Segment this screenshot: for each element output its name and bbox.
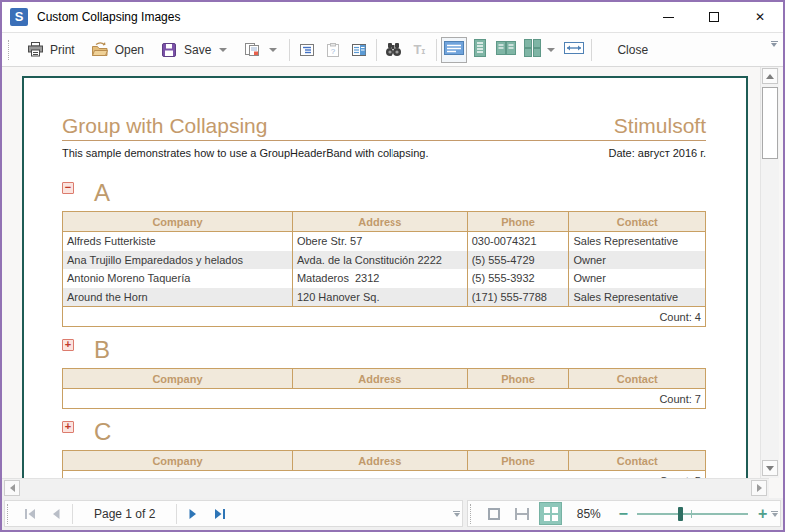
table-cell: Obere Str. 57 [292, 232, 467, 251]
previous-page-button[interactable] [43, 502, 69, 526]
statusbar-separator [72, 504, 73, 524]
panel-gripper[interactable] [470, 504, 475, 524]
toolbar-gripper[interactable] [8, 40, 13, 60]
panel-gripper[interactable] [7, 504, 12, 524]
horizontal-scrollbar[interactable] [2, 478, 769, 498]
send-email-button[interactable] [235, 37, 285, 63]
zoom-slider-handle[interactable] [678, 507, 683, 521]
zoom-page-width-button[interactable] [511, 502, 533, 525]
zoom-page-fit-button[interactable] [483, 502, 505, 525]
column-header: Phone [467, 212, 569, 232]
panel-overflow-button[interactable] [771, 511, 778, 517]
minimize-button[interactable] [645, 2, 691, 32]
multiple-pages-view-icon [522, 38, 542, 61]
column-header: Address [292, 369, 467, 389]
arrow-down-icon [766, 466, 774, 471]
column-header: Contact [569, 451, 706, 471]
group-header: −A [62, 179, 706, 206]
toolbar-separator [289, 39, 290, 61]
single-page-view-icon [443, 39, 465, 60]
scroll-left-button[interactable] [4, 480, 20, 496]
last-page-button[interactable] [206, 502, 232, 526]
column-header: Address [292, 451, 467, 471]
report-title-row: Group with Collapsing Stimulsoft [62, 114, 706, 141]
table-cell: (5) 555-4729 [467, 251, 569, 269]
view-two-pages-button[interactable] [493, 37, 519, 63]
close-preview-button[interactable]: Close [596, 37, 669, 63]
binoculars-icon [385, 41, 402, 59]
report-description-row: This sample demonstrates how to use a Gr… [62, 147, 706, 159]
expand-icon[interactable]: + [62, 339, 74, 351]
scroll-down-button[interactable] [762, 460, 778, 476]
scroll-right-button[interactable] [751, 480, 767, 496]
view-single-page-button[interactable] [441, 37, 467, 63]
print-button[interactable]: Print [18, 37, 83, 63]
bookmarks-button[interactable] [294, 37, 320, 63]
table-cell: Owner [569, 269, 706, 288]
next-page-button[interactable] [180, 502, 206, 526]
next-page-icon [188, 508, 198, 520]
table-cell: Antonio Moreno Taquería [63, 269, 293, 288]
view-continuous-button[interactable] [467, 37, 493, 63]
svg-text:?: ? [331, 47, 336, 56]
group-header: +B [62, 336, 706, 363]
parameters-button[interactable]: ? [320, 37, 346, 63]
statusbar-separator [176, 504, 177, 524]
vertical-scrollbar[interactable] [760, 67, 779, 478]
table-cell: Sales Representative [569, 232, 706, 251]
table-cell: Sales Representative [569, 288, 706, 307]
text-editor-button[interactable]: Tɪ [406, 37, 432, 63]
minimize-icon [663, 17, 674, 18]
table-row: Antonio Moreno TaqueríaMataderos 2312(5)… [63, 269, 706, 288]
panel-overflow-button[interactable] [453, 511, 460, 517]
table-cell: Mataderos 2312 [292, 269, 467, 288]
table-cell: Avda. de la Constitución 2222 [292, 251, 467, 269]
collapse-icon[interactable]: − [62, 182, 74, 194]
column-header: Address [292, 212, 467, 232]
view-multiple-pages-button[interactable] [519, 37, 545, 63]
toolbar-overflow-button[interactable] [768, 41, 780, 47]
save-dropdown-caret-icon [219, 48, 227, 52]
view-page-width-button[interactable] [561, 37, 587, 63]
zoom-out-button[interactable]: − [615, 506, 632, 522]
last-page-icon [213, 508, 226, 520]
open-button[interactable]: Open [83, 37, 152, 63]
parameters-clipboard-icon: ? [324, 41, 342, 59]
print-label: Print [50, 43, 75, 57]
continuous-view-icon [470, 38, 490, 61]
table-cell: Owner [569, 251, 706, 269]
group-table: CompanyAddressPhoneContactCount: 7 [62, 368, 706, 409]
column-header: Contact [569, 369, 706, 389]
page-width-fit-icon [515, 508, 529, 520]
maximize-icon [709, 12, 719, 22]
column-header: Phone [467, 451, 569, 471]
thumbnails-button[interactable] [346, 37, 372, 63]
table-cell: 030-0074321 [467, 232, 569, 251]
arrow-left-icon [10, 484, 15, 492]
zoom-multiple-pages-button[interactable] [539, 502, 561, 525]
find-button[interactable] [381, 37, 406, 63]
window-title: Custom Collapsing Images [37, 10, 180, 24]
two-pages-view-icon [495, 39, 517, 60]
text-editor-icon: Tɪ [414, 42, 426, 57]
zoom-in-button[interactable]: + [754, 506, 771, 522]
close-window-button[interactable]: ✕ [737, 2, 783, 32]
arrow-right-icon [757, 484, 762, 492]
group-header: +C [62, 418, 706, 445]
report-preview-area: Group with Collapsing Stimulsoft This sa… [2, 67, 783, 498]
vertical-scrollbar-thumb[interactable] [762, 87, 778, 159]
save-button[interactable]: Save [152, 37, 235, 63]
zoom-slider[interactable] [637, 506, 748, 522]
column-header: Company [63, 451, 293, 471]
bookmarks-icon [298, 41, 316, 59]
expand-icon[interactable]: + [62, 421, 74, 433]
previous-page-icon [51, 508, 61, 520]
maximize-button[interactable] [691, 2, 737, 32]
open-folder-icon [91, 41, 109, 59]
table-cell: (5) 555-3932 [467, 269, 569, 288]
first-page-button[interactable] [17, 502, 43, 526]
table-cell: Around the Horn [63, 288, 293, 307]
column-header: Contact [569, 212, 706, 232]
status-bar: Page 1 of 2 85% − + [2, 498, 783, 530]
scroll-up-button[interactable] [762, 68, 778, 84]
